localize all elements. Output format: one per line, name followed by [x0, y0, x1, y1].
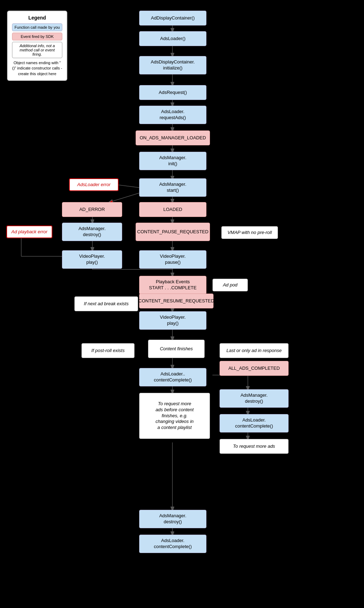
- legend-footnote: Object names ending with "()" indicate c…: [12, 60, 62, 77]
- diagram-container: Legend Function call made by you Event f…: [0, 0, 364, 608]
- node-video-player-pause: VideoPlayer. pause(): [139, 250, 206, 269]
- node-ads-manager-destroy: AdsManager. destroy(): [62, 223, 122, 241]
- node-if-post-roll: If post-roll exists: [81, 343, 135, 358]
- node-last-or-only-ad: Last or only ad in response: [220, 343, 289, 358]
- node-video-player-play-left: VideoPlayer. play(): [62, 250, 122, 269]
- node-ads-loader: AdsLoader(): [139, 31, 206, 46]
- node-content-resume-requested: CONTENT_RESUME_REQUESTED: [139, 294, 214, 308]
- node-vmap-no-pre-roll: VMAP with no pre-roll: [221, 226, 278, 239]
- legend-title: Legend: [12, 15, 62, 21]
- node-ad-playback-error: Ad playback error: [6, 225, 52, 238]
- legend: Legend Function call made by you Event f…: [7, 11, 67, 81]
- node-ads-display-container-init: AdsDisplayContainer. initialize(): [139, 56, 206, 74]
- node-ads-manager-init: AdsManager. init(): [139, 152, 206, 170]
- node-playback-events: Playback Events START . . .COMPLETE: [139, 276, 206, 294]
- node-ads-loader-content-complete: AdsLoader.. contentComplete(): [139, 368, 206, 386]
- node-content-finishes: Content finishes: [148, 340, 205, 358]
- node-ad-display-container: AdDisplayContainer(): [139, 11, 206, 26]
- node-ads-manager-destroy2: AdsManager. destroy(): [220, 389, 289, 408]
- node-ads-request: AdsRequest(): [139, 85, 206, 100]
- node-ads-loader-request-ads: AdsLoader. requestAds(): [139, 106, 206, 124]
- node-ad-error: AD_ERROR: [62, 202, 122, 217]
- node-ads-loader-error: AdsLoader error: [69, 178, 119, 191]
- node-ad-pod: Ad pod: [212, 279, 248, 291]
- node-to-request-more-ads-before: To request more ads before content finis…: [139, 393, 210, 439]
- legend-additional-info: Additional info, not a method call or ev…: [12, 42, 62, 58]
- node-ads-loader-content-complete2: AdsLoader. contentComplete(): [220, 414, 289, 433]
- legend-event-fired: Event fired by SDK: [12, 33, 62, 40]
- legend-function-call: Function call made by you: [12, 23, 62, 31]
- node-on-ads-manager-loaded: ON_ADS_MANAGER_LOADED: [136, 130, 210, 145]
- node-all-ads-completed: ALL_ADS_COMPLETED: [220, 361, 289, 376]
- node-if-next-ad-break: If next ad break exists: [74, 296, 138, 311]
- node-loaded: LOADED: [139, 202, 206, 217]
- node-ads-manager-destroy3: AdsManager. destroy(): [139, 510, 206, 528]
- node-content-pause-requested: CONTENT_PAUSE_REQUESTED: [136, 223, 210, 241]
- node-ads-loader-content-complete3: AdsLoader. contentComplete(): [139, 535, 206, 553]
- node-ads-manager-start: AdsManager. start(): [139, 178, 206, 197]
- node-video-player-play-center: VideoPlayer. play(): [139, 311, 206, 330]
- node-to-request-more-ads: To request more ads: [220, 439, 289, 454]
